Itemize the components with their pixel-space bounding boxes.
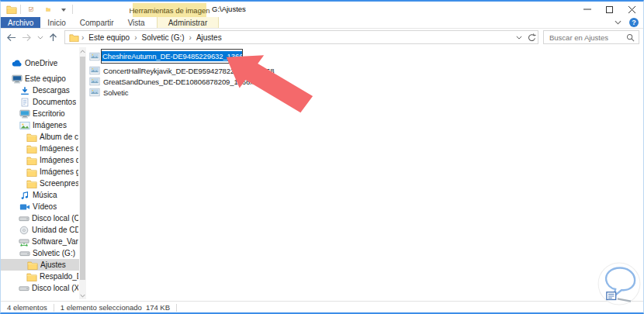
sidebar-item-icon: [26, 132, 37, 142]
sidebar-item[interactable]: Vídeos: [1, 201, 86, 212]
sidebar-item-label: Software_Varios: [32, 237, 78, 246]
sidebar-item[interactable]: Documentos: [1, 96, 86, 108]
file-row[interactable]: Solvetic: [86, 87, 643, 98]
sidebar-item-icon: [19, 225, 29, 235]
sidebar-item[interactable]: Imágenes: [1, 119, 86, 131]
ribbon-tab-label: Administrar: [168, 19, 208, 27]
recent-locations-dropdown[interactable]: [36, 31, 44, 44]
navigation-bar: › Este equipo › Solvetic (G:) › Ajustes: [1, 29, 643, 46]
explorer-folder-icon: [5, 5, 17, 15]
items-count-label: 4 elementos: [7, 303, 47, 312]
sidebar-item-label: Disco local (C:): [32, 214, 78, 223]
ribbon-tab[interactable]: Compartir: [73, 17, 121, 28]
sidebar-item[interactable]: Solvetic (G:): [1, 247, 86, 259]
address-bar[interactable]: › Este equipo › Solvetic (G:) › Ajustes: [64, 30, 538, 44]
rename-input[interactable]: CheshireAutumn_DE-DE9485229632_1366x768: [101, 49, 243, 64]
sidebar-item-icon: [26, 271, 37, 281]
search-input[interactable]: [548, 33, 626, 43]
scrollbar-thumb[interactable]: [80, 57, 85, 280]
sidebar-item-icon: [11, 58, 23, 68]
window-controls: [576, 2, 643, 17]
sidebar-item-icon: [19, 213, 29, 223]
sidebar-item-label: Vídeos: [33, 202, 57, 211]
maximize-button[interactable]: [598, 2, 621, 17]
sidebar-item[interactable]: Música: [1, 189, 86, 201]
close-button[interactable]: [621, 2, 643, 17]
file-name-label: ConcertHallReykjavik_DE-DE9594278223_136…: [103, 67, 274, 75]
sidebar-item-label: Documentos: [33, 98, 76, 106]
ribbon-collapse-button[interactable]: [613, 18, 622, 27]
sidebar-item-label: Música: [33, 191, 57, 199]
window-title: G:\Ajustes: [212, 5, 246, 13]
file-rows: ConcertHallReykjavik_DE-DE9594278223_136…: [86, 65, 643, 98]
sidebar-item-label: OneDrive: [25, 59, 57, 67]
sidebar-item[interactable]: Imágenes de W: [1, 154, 86, 166]
qat-customize-dropdown[interactable]: [58, 2, 69, 17]
breadcrumb-label: Ajustes: [193, 33, 225, 42]
sidebar-item-label: Imágenes guar: [40, 167, 78, 176]
breadcrumb-segment[interactable]: › Este equipo: [80, 33, 133, 42]
scroll-up-icon[interactable]: [79, 47, 86, 55]
address-bar-controls: [513, 31, 538, 44]
sidebar-item[interactable]: Imágenes de B: [1, 143, 86, 154]
search-box: [543, 30, 639, 44]
sidebar-item-icon: [19, 283, 29, 293]
back-button[interactable]: [5, 31, 18, 44]
sidebar-item[interactable]: Escritorio: [1, 108, 86, 119]
breadcrumb: › Este equipo › Solvetic (G:) › Ajustes: [80, 33, 225, 42]
file-row[interactable]: GreatSandDunes_DE-DE10806878209_1366x768: [86, 76, 643, 87]
sidebar-item-icon: [19, 190, 30, 200]
sidebar-item-icon: [19, 109, 30, 119]
image-file-icon: [88, 51, 100, 61]
sidebar-item-label: Respaldo_Drive: [40, 272, 78, 281]
sidebar-item-icon: [19, 97, 30, 107]
sidebar-item-label: Screenpresso: [40, 179, 78, 188]
qat-properties-button[interactable]: [24, 2, 38, 17]
sidebar-item[interactable]: Este equipo: [1, 73, 86, 85]
sidebar-item[interactable]: Software_Varios: [1, 236, 86, 247]
dropdown-arrow-icon: [61, 9, 66, 12]
sidebar-item[interactable]: OneDrive: [1, 57, 86, 69]
scroll-down-icon[interactable]: [79, 292, 86, 299]
search-icon: [626, 33, 635, 42]
sidebar-item[interactable]: Descargas: [1, 85, 86, 96]
file-list: CheshireAutumn_DE-DE9485229632_1366x768 …: [86, 49, 643, 98]
sidebar-item-label: Solvetic (G:): [33, 249, 75, 257]
sidebar-item-icon: [26, 260, 38, 270]
navigation-pane: OneDrive Este equipo Descargas Documento…: [1, 46, 86, 301]
file-row-renaming: CheshireAutumn_DE-DE9485229632_1366x768: [86, 49, 643, 64]
sidebar-item[interactable]: Unidad de CD (D: [1, 224, 86, 236]
sidebar-item[interactable]: Respaldo_Drive: [1, 271, 86, 282]
ribbon-tab[interactable]: Administrar: [157, 17, 220, 28]
breadcrumb-segment[interactable]: › Ajustes: [188, 33, 225, 42]
ribbon-tab-label: Compartir: [80, 19, 114, 27]
minimize-button[interactable]: [576, 2, 598, 17]
up-button[interactable]: [47, 31, 60, 44]
rename-selected-text: CheshireAutumn_DE-DE9485229632_1366x768: [102, 51, 243, 61]
sidebar-item-icon: [11, 74, 23, 84]
help-icon[interactable]: ?: [629, 18, 639, 27]
sidebar-item[interactable]: Disco local (C:): [1, 212, 86, 224]
ribbon-tab[interactable]: Inicio: [40, 17, 72, 28]
ribbon-tab[interactable]: Vista: [121, 17, 152, 28]
qat-new-folder-button[interactable]: [41, 2, 55, 17]
breadcrumb-separator-icon: ›: [133, 33, 138, 42]
sidebar-item[interactable]: Ajustes: [1, 259, 86, 271]
sidebar-item-label: Imágenes de W: [40, 156, 78, 164]
sidebar-item-label: Álbum de cám: [40, 133, 78, 141]
address-dropdown-button[interactable]: [513, 31, 525, 44]
forward-button[interactable]: [20, 31, 33, 44]
title-bar: Herramientas de imagen G:\Ajustes: [1, 2, 643, 17]
selection-size-label: 174 KB: [146, 303, 170, 312]
breadcrumb-segment[interactable]: › Solvetic (G:): [133, 33, 187, 42]
refresh-button[interactable]: [525, 31, 538, 44]
sidebar-item[interactable]: Imágenes guar: [1, 166, 86, 178]
ribbon-tab[interactable]: Archivo: [1, 17, 40, 28]
sidebar-item[interactable]: Screenpresso: [1, 178, 86, 189]
sidebar-item-icon: [26, 143, 37, 154]
file-row[interactable]: ConcertHallReykjavik_DE-DE9594278223_136…: [86, 65, 643, 76]
sidebar-item[interactable]: Álbum de cám: [1, 131, 86, 143]
sidebar-item-label: Este equipo: [25, 74, 66, 83]
sidebar-scrollbar[interactable]: [79, 47, 86, 299]
sidebar-item[interactable]: Disco local (X:): [1, 282, 86, 294]
